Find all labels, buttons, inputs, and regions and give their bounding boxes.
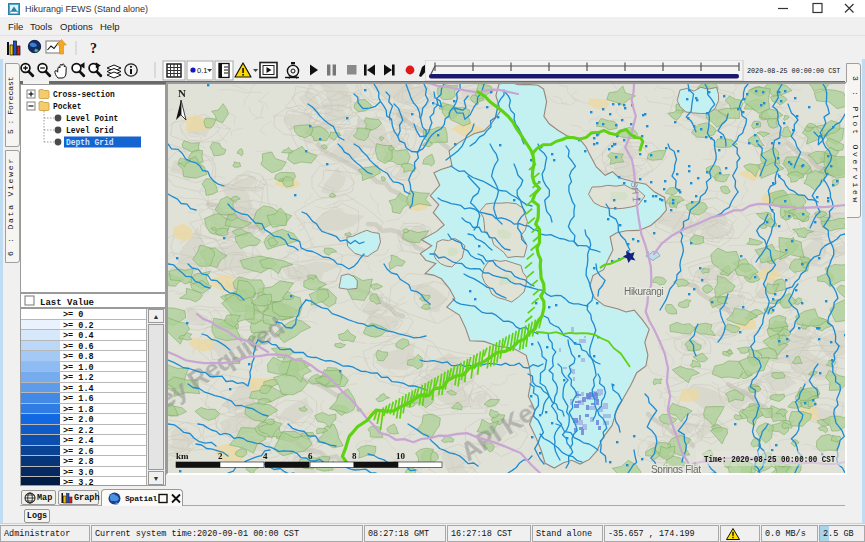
svg-text:Hikurangi: Hikurangi <box>624 286 664 297</box>
svg-text:Last Value: Last Value <box>40 298 94 307</box>
svg-text:Pocket: Pocket <box>53 102 81 113</box>
svg-text:Level Point: Level Point <box>66 114 118 125</box>
svg-text:SH 1: SH 1 <box>629 181 641 202</box>
svg-text:Level Grid: Level Grid <box>66 126 113 137</box>
svg-text:0.1: 0.1 <box>197 66 207 75</box>
svg-text:4: 4 <box>263 451 268 461</box>
svg-text:Depth Grid: Depth Grid <box>66 138 113 149</box>
svg-text:8: 8 <box>352 451 357 461</box>
svg-text:Springs Flat: Springs Flat <box>651 464 701 473</box>
svg-text:N: N <box>178 87 186 99</box>
svg-text:?: ? <box>90 41 97 56</box>
svg-text:Time: 2020-08-25 00:00:00 CST: Time: 2020-08-25 00:00:00 CST <box>704 454 835 464</box>
svg-text:10: 10 <box>396 451 406 461</box>
svg-text:Cross-section: Cross-section <box>53 90 115 101</box>
svg-text:km: km <box>176 451 189 461</box>
svg-text:6: 6 <box>308 451 313 461</box>
svg-text:2: 2 <box>218 451 223 461</box>
